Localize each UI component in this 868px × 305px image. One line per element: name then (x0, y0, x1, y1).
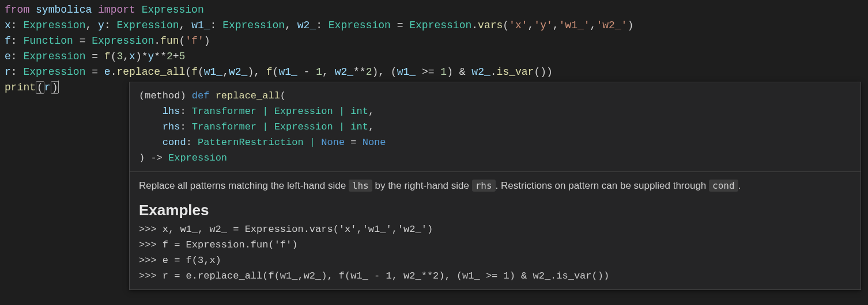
var-w2: w2_ (297, 20, 316, 31)
call-f: f (266, 66, 273, 78)
examples-code: >>> x, w1_, w2_ = Expression.vars('x','w… (130, 219, 861, 289)
arg-w2: w2_ (229, 66, 247, 78)
import-name: Expression (142, 4, 204, 16)
var-e: e (5, 51, 11, 62)
vars-fn: vars (478, 20, 503, 31)
num-5: 5 (179, 51, 186, 62)
tooltip-signature: (method) def replace_all( lhs: Transform… (130, 82, 861, 171)
param-rhs: rhs (163, 121, 180, 132)
doc-text: Replace all patterns matching the left-h… (139, 180, 349, 191)
num-1: 1 (316, 66, 322, 78)
code-line-3[interactable]: f: Function = Expression.fun('f') (5, 33, 863, 49)
code-line-2[interactable]: x: Expression, y: Expression, w1_: Expre… (5, 18, 863, 33)
is-var-fn: is_var (497, 66, 534, 78)
keyword-from: from (5, 4, 29, 16)
call-f: f (191, 66, 198, 78)
doc-text: by the right-hand side (372, 180, 472, 191)
arg-x: x (129, 51, 135, 62)
obj-e: e (104, 66, 111, 78)
type-expr: Expression (23, 66, 85, 78)
example-line: >>> r = e.replace_all(f(w1_,w2_), f(w1_ … (139, 270, 609, 281)
doc-text: . (738, 180, 741, 191)
type-expr: Expression (23, 51, 85, 62)
param-lhs-type: Transformer | Expression | int (192, 106, 368, 117)
param-lhs: lhs (163, 106, 180, 117)
arg-w2: w2_ (471, 66, 490, 78)
sig-fn-name: replace_all (216, 90, 280, 101)
example-line: >>> e = f(3,x) (139, 255, 221, 266)
none-type: None (321, 137, 345, 148)
var-f: f (5, 35, 11, 47)
doc-code-rhs: rhs (472, 180, 496, 192)
replace-all-fn: replace_all (116, 66, 185, 78)
num-2: 2 (366, 66, 372, 78)
call-f: f (104, 51, 111, 62)
arg-r: r (44, 82, 51, 93)
str-y: 'y' (534, 20, 552, 31)
doc-code-lhs: lhs (349, 180, 372, 192)
type-expr: Expression (222, 20, 285, 31)
str-x: 'x' (509, 20, 527, 31)
num-3: 3 (116, 51, 123, 62)
expr-class: Expression (409, 20, 471, 31)
arg-w1: w1_ (204, 66, 222, 78)
var-w1: w1_ (191, 20, 210, 31)
param-cond: cond (163, 137, 186, 148)
type-expr: Expression (23, 20, 85, 31)
var-y: y (148, 51, 154, 62)
arg-w1: w1_ (278, 66, 297, 78)
str-w2: 'w2_' (596, 20, 627, 31)
code-line-4[interactable]: e: Expression = f(3,x)*y**2+5 (5, 49, 863, 64)
keyword-def: def (192, 90, 210, 101)
text-cursor (58, 81, 59, 93)
expr-class: Expression (92, 35, 154, 47)
type-expr: Expression (329, 20, 391, 31)
fun-fn: fun (160, 35, 179, 47)
hover-tooltip: (method) def replace_all( lhs: Transform… (129, 82, 861, 290)
str-f: 'f' (185, 35, 203, 47)
param-rhs-type: Transformer | Expression | int (192, 121, 368, 132)
num-1: 1 (440, 66, 447, 78)
paren-open-highlight: ( (36, 81, 44, 94)
str-w1: 'w1_' (559, 20, 590, 31)
num-2: 2 (167, 51, 173, 62)
example-line: >>> x, w1_, w2_ = Expression.vars('x','w… (139, 224, 433, 235)
sig-prefix: (method) (139, 90, 192, 101)
arg-w1: w1_ (397, 66, 416, 78)
example-line: >>> f = Expression.fun('f') (139, 239, 297, 250)
arg-w2: w2_ (335, 66, 353, 78)
none-default: None (363, 137, 386, 148)
param-cond-type: PatternRestriction | (198, 137, 321, 148)
var-y: y (98, 20, 104, 31)
code-line-5[interactable]: r: Expression = e.replace_all(f(w1_,w2_)… (5, 64, 863, 80)
print-fn: print (5, 82, 36, 93)
doc-text: . Restrictions on pattern can be supplie… (496, 180, 709, 191)
module-name: symbolica (36, 4, 92, 16)
tooltip-description: Replace all patterns matching the left-h… (130, 172, 861, 199)
paren-close-highlight: ) (51, 81, 59, 94)
examples-heading: Examples (130, 199, 861, 219)
code-line-1[interactable]: from symbolica import Expression (5, 2, 863, 18)
type-func: Function (23, 35, 73, 47)
var-r: r (5, 66, 11, 78)
return-type: Expression (168, 152, 227, 163)
var-x: x (5, 20, 11, 31)
doc-code-cond: cond (709, 180, 738, 192)
type-expr: Expression (116, 20, 179, 31)
keyword-import: import (98, 4, 135, 16)
